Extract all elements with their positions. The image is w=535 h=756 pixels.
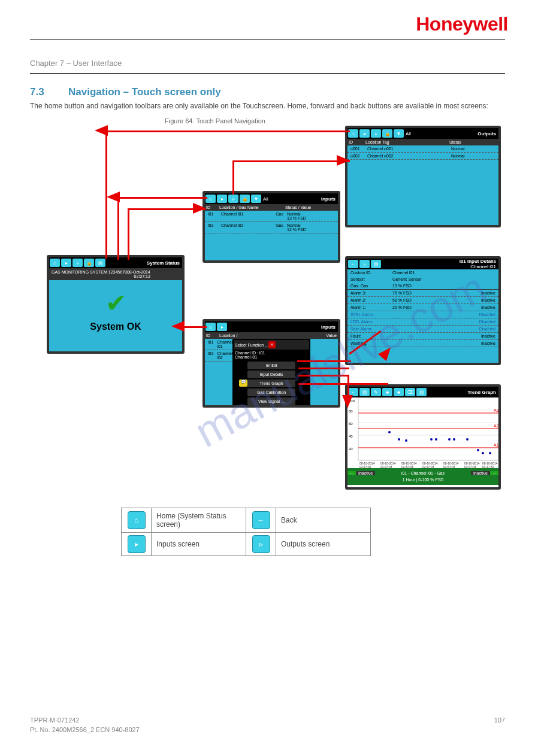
tool-icon-btn[interactable]: ⌫ <box>405 388 415 396</box>
next-arrow-btn[interactable]: → <box>490 471 498 475</box>
outputs-icon-btn[interactable]: ▹ <box>228 195 238 203</box>
svg-text:20: 20 <box>349 447 353 451</box>
filter-icon-btn[interactable]: ▼ <box>251 195 261 203</box>
cal-icon-btn[interactable]: ♣ <box>394 388 404 396</box>
col-val: Value <box>327 333 337 338</box>
svg-point-22 <box>453 438 455 441</box>
detail-row: Alarm 2:50 % FSDInactive <box>347 297 498 304</box>
svg-text:02:37:03: 02:37:03 <box>401 465 413 468</box>
inactive-label-right: Inactive <box>471 471 490 475</box>
close-icon[interactable]: ✕ <box>268 341 276 348</box>
outputs-icon-btn[interactable]: ▹ <box>359 260 370 268</box>
section-title: Navigation – Touch screen only <box>68 86 221 98</box>
col-id: ID <box>206 333 219 338</box>
col-stat: Status / Value <box>285 205 311 210</box>
filter-icon-btn[interactable]: ▼ <box>394 129 404 138</box>
channel-name-label: Channel i01 <box>235 355 308 359</box>
figure-caption: Figure 64. Touch Panel Navigation <box>165 117 265 125</box>
chapter-label: Chapter 7 – User Interface <box>30 59 122 68</box>
lock-icon-btn[interactable]: 🔒 <box>240 195 250 203</box>
lock-icon-btn[interactable]: 🔒 <box>84 259 94 267</box>
screen-title: Inputs <box>321 196 335 202</box>
comment-icon: 💬 <box>239 379 247 387</box>
home-icon-btn[interactable]: ⌂ <box>205 323 216 331</box>
inputs-icon-btn[interactable]: ▸ <box>359 129 370 138</box>
svg-point-16 <box>388 431 391 433</box>
svg-text:40: 40 <box>349 435 353 438</box>
svg-text:A2: A2 <box>494 424 498 428</box>
table-row[interactable]: o002 Channel o002 Normal <box>347 153 498 160</box>
screen-title: Outputs <box>477 131 496 136</box>
table-row[interactable]: i02 Channel i02 Gas Normal12 % FSD <box>205 222 338 233</box>
col-loc: Location / Gas Name <box>219 205 285 210</box>
legend-home-label: Home (System Status screen) <box>152 508 246 533</box>
svg-point-19 <box>430 438 433 441</box>
svg-point-23 <box>466 438 468 441</box>
svg-point-21 <box>448 438 451 441</box>
svg-point-24 <box>477 449 479 451</box>
outputs-icon-btn[interactable]: ▹ <box>72 259 83 267</box>
screen-title2: Channel i01 <box>460 264 496 269</box>
trend-plot: A3 A2 A1 100 80 60 40 20 08-10-2014 08-1… <box>347 397 498 468</box>
screen-inputs-dialog: ⌂ ▸ Inputs ID Location / Value i01Channe… <box>202 319 340 408</box>
rule-under-chapter <box>30 73 505 74</box>
tool-icon-btn[interactable]: ▤ <box>371 260 381 268</box>
screen-title: Inputs <box>321 324 335 330</box>
prev-arrow-btn[interactable]: ← <box>347 471 356 475</box>
channel-id-label: Channel ID : i01 <box>235 351 308 355</box>
detail-row: Rate Alarm:Disabled <box>347 326 498 333</box>
col-id: ID <box>206 205 219 210</box>
detail-row: Alarm 3:75 % FSDInactive <box>347 290 498 297</box>
legend-back-label: Back <box>276 508 371 533</box>
tool-icon-btn[interactable]: ▤ <box>416 388 427 396</box>
view-signal-button[interactable]: View Signal ... <box>247 397 295 405</box>
filter-all-label: All <box>263 196 268 202</box>
table-row[interactable]: i01Channel i01 <box>205 339 232 350</box>
svg-point-25 <box>482 452 484 454</box>
home-icon-btn[interactable]: ⌂ <box>205 195 216 203</box>
cal-icon-btn[interactable]: ♣ <box>382 388 392 396</box>
trend-graph-button[interactable]: 💬 Trend Graph <box>247 379 295 387</box>
footer-part-number: Pt. No. 2400M2566_2 ECN 940-8027 <box>30 726 140 733</box>
back-icon-btn[interactable]: ← <box>348 260 358 268</box>
section-number: 7.3 <box>30 86 44 98</box>
inputs-icon-btn[interactable]: ▸ <box>217 323 227 331</box>
svg-point-26 <box>489 452 491 454</box>
input-details-button[interactable]: Input Details <box>247 371 295 378</box>
navigation-diagram: ⌂ ▸ ▹ 🔒 ▼ All Outputs ID Location Tag St… <box>47 126 502 494</box>
svg-point-17 <box>398 438 400 441</box>
svg-text:60: 60 <box>349 422 353 426</box>
outputs-icon: ▹ <box>252 535 270 553</box>
table-row[interactable]: i02Channel i02 <box>205 350 232 362</box>
home-icon-btn[interactable]: ⌂ <box>50 259 60 267</box>
col-loc: Location / <box>219 333 255 338</box>
home-icon: ⌂ <box>128 511 146 529</box>
table-row[interactable]: o001 Channel o001 Normal <box>347 145 498 153</box>
screen-title: Trend Graph <box>467 390 496 395</box>
detail-row: Sensor:Generic Sensor <box>347 276 498 283</box>
inhibit-button[interactable]: Inhibit <box>247 362 295 369</box>
gas-calibration-button[interactable]: Gas Calibration <box>247 388 295 396</box>
col-loc: Location Tag <box>365 140 449 144</box>
inputs-icon-btn[interactable]: ▸ <box>217 195 227 203</box>
screen-input-details: ← ▹ ▤ i01 Input Details Channel i01 Cust… <box>345 256 501 365</box>
status-text: System OK <box>49 321 182 332</box>
outputs-icon-btn[interactable]: ▹ <box>371 129 381 138</box>
dialog-title: Select Function ... <box>235 343 268 347</box>
screen-inputs-upper: ⌂ ▸ ▹ 🔒 ▼ All Inputs ID Location / Gas N… <box>202 191 340 263</box>
inputs-icon: ▸ <box>128 535 146 553</box>
svg-text:80: 80 <box>349 409 353 413</box>
tool-icon-btn[interactable]: ▤ <box>359 388 370 396</box>
tool-icon-btn[interactable]: ✎ <box>371 388 381 396</box>
screen-title1: i01 Input Details <box>460 259 496 264</box>
screen-trend-graph: ← ▤ ✎ ♣ ♣ ⌫ ▤ Trend Graph A3 A2 A1 1 <box>345 384 501 490</box>
inputs-icon-btn[interactable]: ▸ <box>61 259 71 267</box>
table-row[interactable]: i01 Channel i01 Gas Normal13 % FSD <box>205 211 338 222</box>
lock-icon-btn[interactable]: 🔒 <box>382 129 392 138</box>
col-status: Status <box>449 140 461 144</box>
time-label: 03:07:13 <box>127 274 150 278</box>
svg-point-18 <box>405 439 407 442</box>
screen-title: System Status <box>147 260 180 266</box>
tool-icon-btn[interactable]: ▤ <box>95 259 105 267</box>
body-paragraph: The home button and navigation toolbars … <box>30 102 497 111</box>
